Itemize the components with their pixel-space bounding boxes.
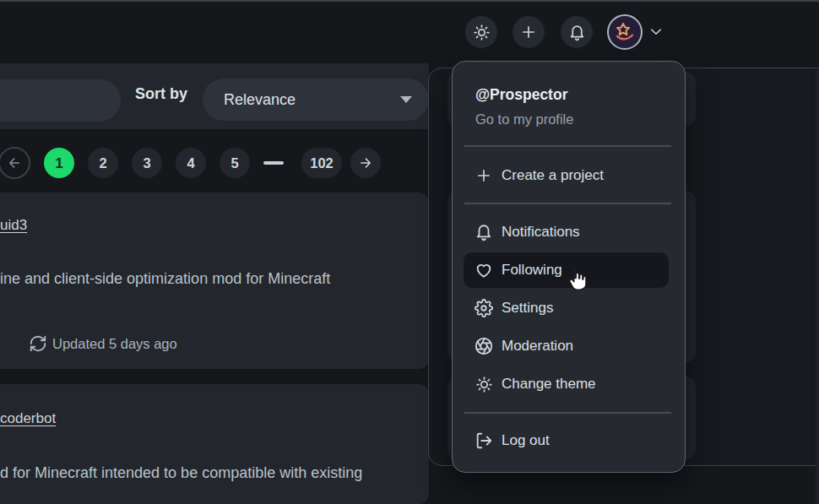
prev-page-button[interactable] <box>0 147 30 179</box>
chevron-down-icon[interactable] <box>648 26 664 41</box>
arrow-left-icon <box>7 155 22 171</box>
updated-label: Updated 5 days ago <box>52 336 177 352</box>
project-author-link[interactable]: coderbot <box>0 410 56 427</box>
sun-icon <box>471 22 491 42</box>
avatar[interactable] <box>607 14 643 50</box>
page-button-4[interactable]: 4 <box>176 148 206 178</box>
modrinth-search-page: { "colors": { "background": "#15171b", "… <box>0 0 819 504</box>
username-link[interactable]: @Prospector <box>475 86 567 104</box>
go-to-profile-link[interactable]: Go to my profile <box>475 111 573 127</box>
menu-item-label: Settings <box>502 300 553 317</box>
plus-icon <box>474 165 494 186</box>
sort-select-value: Relevance <box>224 91 296 109</box>
user-dropdown-menu: @Prospector Go to my profile Create a pr… <box>452 61 686 473</box>
search-input[interactable] <box>0 79 121 122</box>
moderation-icon <box>474 336 494 356</box>
updated-row: Updated 5 days ago <box>29 333 177 354</box>
sun-icon <box>474 374 494 394</box>
theme-toggle-button[interactable] <box>465 16 497 48</box>
search-controls-band: Sort by Relevance <box>0 63 429 129</box>
result-card: coderbot d for Minecraft intended to be … <box>0 384 429 504</box>
project-description: ine and client-side optimization mod for… <box>0 270 330 288</box>
page-button-1[interactable]: 1 <box>44 148 74 178</box>
sort-select[interactable]: Relevance <box>203 79 429 121</box>
menu-item-label: Following <box>502 262 562 279</box>
menu-item-create-project[interactable]: Create a project <box>464 158 669 193</box>
logout-icon <box>474 431 494 451</box>
gear-icon <box>474 298 494 318</box>
hand-cursor <box>566 268 588 296</box>
menu-item-label: Create a project <box>502 167 604 184</box>
menu-item-label: Moderation <box>502 338 573 355</box>
page-button-3[interactable]: 3 <box>132 148 162 178</box>
page-button-5[interactable]: 5 <box>220 148 250 178</box>
menu-item-notifications[interactable]: Notifications <box>464 214 669 250</box>
menu-divider <box>464 203 671 204</box>
notifications-button[interactable] <box>561 16 593 48</box>
next-page-button[interactable] <box>350 148 381 178</box>
menu-item-log-out[interactable]: Log out <box>464 423 669 458</box>
result-card: uid3 ine and client-side optimization mo… <box>0 192 429 369</box>
right-edge-card <box>816 69 819 504</box>
project-description: d for Minecraft intended to be compatibl… <box>0 464 362 482</box>
menu-item-moderation[interactable]: Moderation <box>464 328 669 364</box>
page-button-last[interactable]: 102 <box>301 148 342 178</box>
menu-item-label: Log out <box>502 432 550 449</box>
refresh-icon <box>29 333 47 354</box>
menu-divider <box>464 412 671 414</box>
heart-icon <box>474 260 494 280</box>
caret-down-icon <box>400 96 412 103</box>
bell-icon <box>474 222 494 242</box>
bell-icon <box>567 22 587 42</box>
page-gap-dash <box>263 161 284 165</box>
menu-item-change-theme[interactable]: Change theme <box>464 366 669 402</box>
menu-item-label: Change theme <box>502 376 596 393</box>
menu-divider <box>464 145 671 147</box>
window-top-border <box>0 0 819 2</box>
arrow-right-icon <box>358 155 373 171</box>
project-author-link[interactable]: uid3 <box>0 217 27 234</box>
shooting-star-logo <box>610 18 639 46</box>
plus-icon <box>518 22 539 42</box>
page-button-2[interactable]: 2 <box>88 148 118 178</box>
create-button[interactable] <box>513 16 545 48</box>
sort-by-label: Sort by <box>135 85 187 103</box>
menu-item-label: Notifications <box>502 224 580 241</box>
